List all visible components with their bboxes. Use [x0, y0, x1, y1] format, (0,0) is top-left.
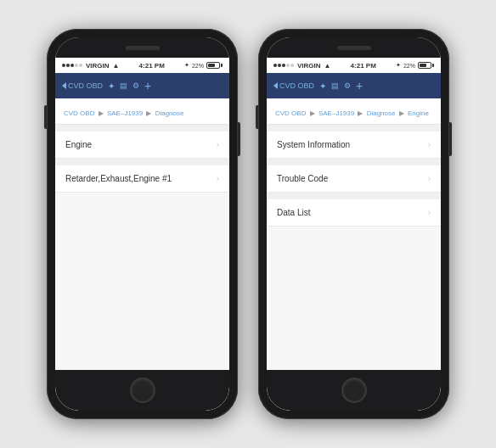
home-button-area-left	[55, 370, 229, 411]
menu-chevron-datalist: ›	[428, 208, 431, 217]
menu-item-sysinfo-label: System Information	[277, 140, 350, 149]
status-left-right: VIRGIN ▲	[273, 62, 330, 70]
battery-tip-right	[432, 64, 434, 67]
carrier-right: VIRGIN	[297, 62, 321, 70]
menu-chevron-troublecode: ›	[428, 174, 431, 183]
bc-sep2-left: ▶	[146, 109, 153, 117]
speaker-right	[337, 46, 371, 50]
chevron-left-icon-right	[273, 82, 278, 89]
status-left-left: VIRGIN ▲	[62, 62, 119, 70]
phone-left-screen: VIRGIN ▲ 4:21 PM ✦ 22%	[55, 37, 229, 411]
bc-sep2-right: ▶	[358, 109, 364, 117]
menu-sep-1-right	[267, 159, 441, 165]
status-bar-left: VIRGIN ▲ 4:21 PM ✦ 22%	[55, 58, 229, 73]
menu-item-datalist-label: Data List	[277, 208, 310, 217]
wifi-left: ▲	[113, 62, 120, 70]
bc-cvd-right[interactable]: CVD OBD	[275, 109, 306, 117]
wifi-right: ▲	[324, 62, 331, 70]
status-bar-right: VIRGIN ▲ 4:21 PM ✦ 22%	[267, 58, 441, 73]
battery-fill-right	[420, 64, 426, 67]
battery-tip-left	[221, 64, 223, 67]
bluetooth-icon-right: ✦	[396, 62, 401, 69]
nav-icons-left: ✦ ▤ ⚙ +	[108, 79, 151, 92]
phone-right: VIRGIN ▲ 4:21 PM ✦ 22%	[258, 29, 449, 419]
time-left: 4:21 PM	[139, 62, 165, 70]
bc-sep3-right: ▶	[399, 109, 406, 117]
menu-item-retarder-label: Retarder,Exhaust,Engine #1	[65, 174, 172, 183]
calendar-nav-icon-right[interactable]: ▤	[331, 81, 339, 90]
dot4	[75, 64, 78, 67]
bluetooth-nav-icon-left[interactable]: ✦	[108, 81, 115, 91]
carrier-left: VIRGIN	[86, 62, 110, 70]
menu-chevron-sysinfo: ›	[428, 140, 431, 149]
battery-pct-right: 22%	[403, 63, 415, 69]
bluetooth-icon-left: ✦	[184, 62, 189, 69]
battery-pct-left: 22%	[192, 63, 204, 69]
battery-left	[206, 62, 223, 69]
status-right-right: ✦ 22%	[396, 62, 434, 69]
speaker-left	[126, 46, 160, 50]
menu-item-troublecode[interactable]: Trouble Code ›	[267, 165, 441, 193]
menu-sep-top-right	[267, 125, 441, 132]
plus-nav-icon-left[interactable]: +	[144, 79, 151, 92]
phone-right-wrapper: VIRGIN ▲ 4:21 PM ✦ 22%	[258, 29, 449, 419]
signal-dots-left	[62, 64, 82, 67]
battery-nav-icon-right[interactable]: ⚙	[344, 81, 351, 90]
menu-sep-2-right	[267, 193, 441, 199]
bluetooth-nav-icon-right[interactable]: ✦	[319, 81, 326, 91]
bc-engine-right[interactable]: Engine	[408, 109, 429, 117]
breadcrumb-right: CVD OBD ▶ SAE–J1939 ▶ Diagnose ▶ Engine	[267, 98, 441, 125]
home-button-left[interactable]	[130, 378, 155, 403]
menu-item-datalist[interactable]: Data List ›	[267, 199, 441, 227]
home-button-area-right	[267, 370, 441, 411]
dot1r	[273, 64, 277, 67]
bc-cvd-left[interactable]: CVD OBD	[64, 109, 94, 117]
dot5	[79, 64, 82, 67]
bc-sae-left[interactable]: SAE–J1939	[107, 109, 143, 117]
bc-diagnose-left[interactable]: Diagnose	[155, 109, 184, 117]
menu-item-sysinfo[interactable]: System Information ›	[267, 132, 441, 159]
menu-item-troublecode-label: Trouble Code	[277, 174, 328, 183]
dot4r	[286, 64, 290, 67]
nav-back-label-left: CVD OBD	[68, 81, 103, 90]
bc-sep1-left: ▶	[99, 109, 105, 117]
chevron-left-icon-left	[62, 82, 66, 89]
phone-right-topbar	[267, 37, 441, 58]
status-right-left: ✦ 22%	[184, 62, 223, 69]
content-right: System Information › Trouble Code › Data…	[267, 125, 441, 370]
nav-back-right[interactable]: CVD OBD	[273, 81, 314, 90]
signal-dots-right	[273, 64, 294, 67]
calendar-nav-icon-left[interactable]: ▤	[120, 81, 127, 90]
menu-item-engine[interactable]: Engine ›	[55, 132, 229, 159]
dot1	[62, 64, 65, 67]
battery-fill-left	[208, 64, 215, 67]
phone-left-topbar	[55, 37, 229, 58]
battery-nav-icon-left[interactable]: ⚙	[132, 81, 139, 90]
dot2r	[278, 64, 281, 67]
home-button-right[interactable]	[341, 378, 367, 403]
battery-right	[418, 62, 434, 69]
menu-sep-top-left	[55, 125, 229, 132]
menu-item-engine-label: Engine	[65, 140, 92, 149]
menu-item-retarder[interactable]: Retarder,Exhaust,Engine #1 ›	[55, 165, 229, 193]
phone-left: VIRGIN ▲ 4:21 PM ✦ 22%	[47, 29, 238, 419]
dot3r	[282, 64, 285, 67]
menu-chevron-retarder: ›	[217, 174, 219, 183]
menu-chevron-engine: ›	[217, 140, 219, 149]
battery-body-right	[418, 62, 431, 69]
bc-sae-right[interactable]: SAE–J1939	[318, 109, 354, 117]
nav-back-left[interactable]: CVD OBD	[62, 81, 103, 90]
breadcrumb-text-right: CVD OBD ▶ SAE–J1939 ▶ Diagnose ▶ Engine	[275, 109, 429, 117]
plus-nav-icon-right[interactable]: +	[356, 79, 363, 92]
nav-bar-right: CVD OBD ✦ ▤ ⚙ +	[267, 73, 441, 98]
phone-left-wrapper: VIRGIN ▲ 4:21 PM ✦ 22%	[47, 29, 238, 419]
dot5r	[290, 64, 294, 67]
nav-icons-right: ✦ ▤ ⚙ +	[319, 79, 363, 92]
content-left: Engine › Retarder,Exhaust,Engine #1 ›	[55, 125, 229, 370]
menu-sep-mid-left	[55, 159, 229, 165]
dot3	[70, 64, 74, 67]
bc-diagnose-right[interactable]: Diagnose	[367, 109, 396, 117]
time-right: 4:21 PM	[351, 62, 376, 70]
battery-body-left	[206, 62, 220, 69]
nav-bar-left: CVD OBD ✦ ▤ ⚙ +	[55, 73, 229, 98]
